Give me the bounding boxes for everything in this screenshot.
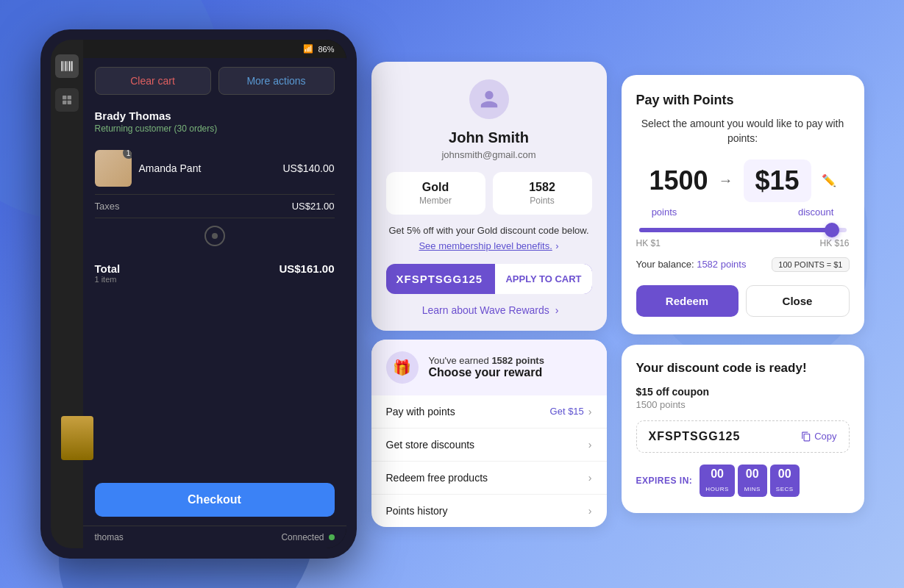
edit-icon[interactable]: ✏️ (822, 173, 836, 187)
battery-status: 86% (318, 45, 334, 54)
redeem-button[interactable]: Redeem (636, 285, 738, 317)
action-buttons: Redeem Close (636, 285, 850, 317)
points-value: 1582 (502, 181, 583, 194)
total-sub: 1 item (95, 275, 121, 284)
slider-fill (639, 228, 832, 232)
slider-track (639, 228, 847, 232)
points-sub: Points (502, 196, 583, 206)
copy-icon (801, 431, 811, 442)
membership-level: Gold (395, 181, 477, 194)
mins-value: 00 (744, 467, 761, 481)
pay-points-right: Get $15 › (550, 406, 592, 417)
points-slider[interactable] (636, 228, 850, 232)
discount-ready-title: Your discount code is ready! (636, 361, 850, 376)
rewards-card: 🎁 You've earned 1582 points Choose your … (371, 340, 607, 527)
balance-value: 1582 points (697, 259, 746, 270)
copy-button[interactable]: Copy (801, 431, 836, 442)
customer-info: Brady Thomas Returning customer (30 orde… (83, 104, 346, 143)
chevron-right-icon: › (588, 406, 592, 417)
rewards-item-free-products[interactable]: Redeem free products › (371, 462, 607, 495)
total-row: Total 1 item US$161.00 (95, 254, 335, 287)
taxes-value: US$21.00 (292, 201, 335, 212)
chevron-right-icon: › (588, 439, 592, 451)
close-button[interactable]: Close (746, 285, 850, 317)
labels-row: points discount (636, 207, 850, 218)
rewards-list: Pay with points Get $15 › Get store disc… (371, 395, 607, 527)
cart-item-left: 1 Amanda Pant (95, 150, 202, 187)
more-actions-button[interactable]: More actions (218, 67, 335, 95)
pay-points-value: Get $15 (550, 406, 584, 417)
total-amount: US$161.00 (279, 262, 334, 284)
pay-with-points-subtitle: Select the amount you would like to pay … (636, 117, 850, 146)
points-box: 1582 Points (493, 172, 592, 215)
see-benefits-link[interactable]: See membership level benefits. › (386, 239, 592, 252)
svg-rect-6 (63, 96, 66, 99)
footer-store-name: thomas (95, 532, 124, 542)
profile-card: John Smith johnsmith@gmail.com Gold Memb… (371, 62, 607, 331)
slider-range: HK $1 HK $16 (636, 238, 850, 248)
cart-item-image: 1 (95, 150, 132, 187)
rewards-header: 🎁 You've earned 1582 points Choose your … (371, 340, 607, 395)
hours-value: 00 (705, 467, 728, 481)
timer-blocks: 00 HOURS 00 MINS 00 SECS (700, 465, 799, 497)
points-label: points (652, 207, 677, 218)
taxes-label: Taxes (95, 201, 120, 212)
connected-indicator (329, 534, 335, 540)
apply-to-cart-button[interactable]: APPLY TO CART (495, 264, 591, 294)
slider-thumb[interactable] (825, 223, 839, 237)
customer-status: Returning customer (30 orders) (95, 123, 335, 134)
svg-rect-3 (67, 61, 68, 71)
membership-sub: Member (395, 196, 477, 206)
clear-cart-button[interactable]: Clear cart (95, 67, 211, 95)
cart-item: 1 Amanda Pant US$140.00 (95, 143, 335, 195)
copy-label: Copy (814, 431, 836, 442)
choose-reward-text: Choose your reward (429, 366, 544, 379)
secs-value: 00 (776, 467, 794, 481)
sidebar-icon-barcode[interactable] (55, 54, 79, 78)
pay-points-label: Pay with points (386, 406, 455, 417)
svg-rect-7 (67, 96, 71, 99)
benefits-anchor[interactable]: See membership level benefits. (419, 240, 552, 251)
cart-items-list: 1 Amanda Pant US$140.00 Taxes US$21.00 (83, 143, 346, 477)
mins-label: MINS (744, 486, 761, 492)
arrow-icon: → (719, 172, 733, 189)
coupon-off-label: $15 off coupon (636, 386, 850, 398)
rewards-item-store-discounts[interactable]: Get store discounts › (371, 429, 607, 462)
free-products-label: Redeem free products (386, 472, 488, 484)
rewards-gift-icon: 🎁 (386, 351, 419, 384)
hours-label: HOURS (705, 486, 728, 492)
learn-link[interactable]: Learn about Wave Rewards › (386, 304, 592, 316)
secs-label: SECS (776, 486, 794, 492)
right-section: Pay with Points Select the amount you wo… (622, 75, 864, 512)
discount-label: discount (798, 207, 833, 218)
balance-row: Your balance: 1582 points 100 POINTS = $… (636, 257, 850, 272)
rewards-item-pay-points[interactable]: Pay with points Get $15 › (371, 395, 607, 429)
membership-level-box: Gold Member (386, 172, 485, 215)
discount-amount: $15 (755, 165, 800, 196)
coupon-row: XFSPTSGG125 APPLY TO CART (386, 264, 592, 294)
connected-label: Connected (281, 532, 324, 542)
expires-label: EXPIRES IN: (636, 476, 693, 486)
slider-max: HK $16 (819, 238, 849, 248)
discount-text: Get 5% off with your Gold discount code … (386, 225, 592, 236)
timer-mins: 00 MINS (738, 465, 767, 497)
checkout-button[interactable]: Checkout (95, 483, 335, 517)
store-discounts-label: Get store discounts (386, 439, 475, 451)
chevron-right-icon: › (588, 505, 592, 517)
expires-row: EXPIRES IN: 00 HOURS 00 MINS 00 SECS (636, 465, 850, 497)
tablet-sidebar (51, 40, 83, 548)
earned-text: You've earned 1582 points (429, 355, 544, 366)
tablet-device: 📶 86% Clear cart More actions Brady Thom… (40, 29, 357, 559)
coupon-code-box: XFSPTSGG125 Copy (636, 420, 850, 453)
pay-with-points-title: Pay with Points (636, 93, 850, 108)
rate-badge: 100 POINTS = $1 (772, 257, 849, 272)
rewards-item-history[interactable]: Points history › (371, 495, 607, 527)
earned-points: 1582 points (491, 355, 544, 366)
profile-avatar (469, 79, 509, 119)
pay-with-points-card: Pay with Points Select the amount you wo… (622, 75, 864, 334)
sidebar-icon-grid[interactable] (55, 88, 79, 112)
chevron-right-icon: › (588, 472, 592, 484)
balance-info: Your balance: 1582 points (636, 259, 747, 270)
svg-rect-2 (65, 61, 66, 71)
cart-action-buttons: Clear cart More actions (83, 58, 346, 104)
